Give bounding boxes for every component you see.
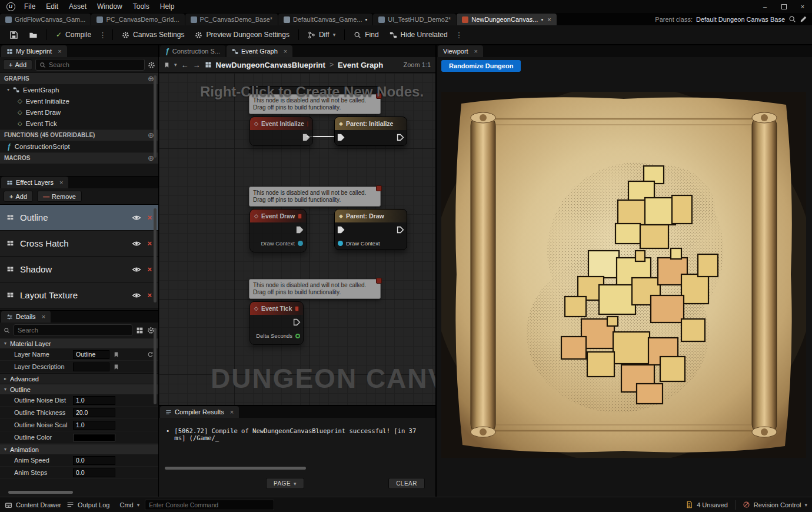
minimize-button[interactable]: – [756, 0, 774, 13]
close-icon[interactable]: × [230, 408, 234, 415]
clear-button[interactable]: CLEAR [388, 478, 425, 489]
output-log-button[interactable]: Output Log [66, 501, 109, 508]
pin-draw-context-out[interactable]: Draw Context [261, 240, 303, 247]
layer-name-input[interactable] [76, 351, 107, 358]
canvas-settings-button[interactable]: Canvas Settings [117, 28, 189, 42]
chevron-down-icon[interactable]: ▾ [174, 62, 177, 68]
delete-layer-icon[interactable]: × [147, 291, 152, 300]
compile-log-entry[interactable]: • [5062.72] Compile of NewDungeonCanvasB… [159, 418, 435, 451]
exec-pin-in[interactable] [337, 226, 345, 234]
menu-file[interactable]: File [19, 1, 41, 12]
close-window-button[interactable]: × [793, 0, 812, 13]
graphs-section-header[interactable]: GRAPHS ⊕ [0, 72, 158, 84]
menu-edit[interactable]: Edit [41, 1, 64, 12]
details-search-input[interactable] [18, 327, 128, 334]
page-button[interactable]: PAGE ▾ [266, 478, 304, 489]
asset-tab-pccanvasdemo-base[interactable]: PC_CanvasDemo_Base* [185, 14, 278, 25]
scrollbar[interactable] [154, 328, 157, 404]
exec-pin-out[interactable] [397, 226, 404, 234]
numeric-field[interactable] [73, 396, 115, 405]
diff-button[interactable]: Diff ▾ [303, 28, 340, 42]
visibility-eye-icon[interactable] [132, 239, 141, 248]
find-button[interactable]: Find [349, 28, 383, 42]
delete-layer-icon[interactable]: × [147, 265, 152, 274]
tab-compiler-results[interactable]: Compiler Results × [160, 406, 239, 418]
menu-window[interactable]: Window [92, 1, 128, 12]
pin-delta-seconds-out[interactable]: Delta Seconds [256, 333, 300, 339]
asset-tab-defaultcanvas[interactable]: DefaultCanvas_Game... • [278, 14, 372, 25]
breadcrumb-root[interactable]: NewDungeonCanvasBlueprint [216, 61, 325, 69]
event-graph-canvas[interactable]: Right-Click to Create New Nodes. DUNGEON… [159, 73, 435, 405]
reset-to-default-icon[interactable] [147, 351, 154, 358]
delete-layer-icon[interactable]: × [147, 213, 152, 222]
cmd-dropdown[interactable]: Cmd ▾ [119, 501, 139, 508]
scrollbar[interactable] [154, 208, 157, 302]
scrollbar[interactable] [165, 467, 306, 470]
dungeon-map-image[interactable] [441, 92, 806, 458]
numeric-field[interactable] [73, 421, 115, 430]
outline-noise-dist-input[interactable] [76, 397, 112, 404]
revision-control-button[interactable]: Revision Control ▾ [743, 501, 807, 508]
hide-unrelated-button[interactable]: Hide Unrelated [385, 28, 452, 42]
numeric-field[interactable] [73, 408, 115, 417]
outline-noise-scale-input[interactable] [76, 421, 112, 428]
node-parent-draw[interactable]: ◆ Parent: Draw Draw Context [334, 209, 407, 250]
tree-item-eventgraph[interactable]: ▾ EventGraph [0, 84, 158, 95]
close-icon[interactable]: × [42, 313, 45, 320]
display-filter-icon[interactable] [136, 327, 144, 334]
edit-pencil-icon[interactable] [800, 15, 807, 23]
unsaved-assets-button[interactable]: 4 Unsaved [685, 501, 728, 508]
tab-details[interactable]: Details × [1, 311, 51, 323]
category-animation[interactable]: ▾ Animation [0, 444, 158, 454]
delete-layer-icon[interactable]: × [147, 239, 152, 248]
tab-event-graph[interactable]: Event Graph × [227, 45, 292, 57]
randomize-dungeon-button[interactable]: Randomize Dungeon [441, 60, 521, 72]
color-swatch[interactable] [73, 434, 115, 441]
tree-item-event-draw[interactable]: ◇ Event Draw [0, 107, 158, 118]
anim-steps-input[interactable] [76, 469, 112, 476]
tree-item-event-tick[interactable]: ◇ Event Tick [0, 118, 158, 129]
add-layer-button[interactable]: + Add [4, 191, 33, 202]
layer-row-layout-texture[interactable]: Layout Texture × [0, 282, 158, 308]
asset-tab-pccanvasdemo-grid[interactable]: PC_CanvasDemo_Grid... [91, 14, 184, 25]
asset-tab-uitesthud[interactable]: UI_TestHUD_Demo2* [373, 14, 456, 25]
asset-tab-gridflowcanvas[interactable]: GridFlowCanvas_Gam... [0, 14, 91, 25]
forward-arrow-icon[interactable]: → [193, 61, 201, 69]
category-outline[interactable]: ▾ Outline [0, 384, 158, 394]
tree-item-constructionscript[interactable]: ƒ ConstructionScript [0, 141, 158, 152]
remove-layer-button[interactable]: — Remove [37, 191, 82, 202]
maximize-button[interactable] [774, 0, 793, 13]
close-icon[interactable]: × [474, 48, 478, 55]
exec-pin-out[interactable] [302, 134, 310, 141]
layer-name-field[interactable] [73, 350, 109, 359]
compile-button[interactable]: ✓ Compile [51, 28, 96, 42]
numeric-field[interactable] [73, 456, 115, 465]
exec-pin-in[interactable] [337, 134, 345, 141]
asset-tab-newdungeoncanvas[interactable]: NewDungeonCanvas... • × [457, 14, 556, 25]
preview-dungeon-settings-button[interactable]: Preview Dungeon Settings [190, 28, 294, 42]
scrollbar[interactable] [154, 75, 157, 158]
node-event-tick[interactable]: ◇ Event Tick Delta Seconds [249, 301, 304, 345]
category-advanced[interactable]: ▸ Advanced [0, 373, 158, 384]
visibility-eye-icon[interactable] [132, 213, 141, 222]
unreal-logo-icon[interactable]: U [2, 1, 19, 12]
layer-description-field[interactable] [73, 363, 109, 371]
expander-icon[interactable]: ▾ [7, 87, 9, 92]
gear-icon[interactable] [148, 61, 155, 69]
tab-construction-script[interactable]: ƒ Construction S... [160, 45, 225, 57]
bookmark-flag-icon[interactable] [113, 351, 119, 358]
layer-row-outline[interactable]: Outline × [0, 205, 158, 231]
visibility-eye-icon[interactable] [132, 291, 141, 300]
functions-section-header[interactable]: FUNCTIONS (45 OVERRIDABLE) ⊕ [0, 129, 158, 141]
compile-options-kebab-icon[interactable]: ⋮ [97, 31, 108, 39]
menu-asset[interactable]: Asset [64, 1, 92, 12]
layer-row-shadow[interactable]: Shadow × [0, 257, 158, 282]
save-button[interactable] [5, 28, 23, 42]
viewport-panel[interactable]: Viewport × Randomize Dungeon [435, 45, 812, 497]
macros-section-header[interactable]: MACROS ⊕ [0, 152, 158, 164]
exec-pin-out[interactable] [293, 318, 301, 326]
node-event-initialize[interactable]: ◇ Event Initialize [249, 117, 313, 146]
toolbar-overflow-kebab-icon[interactable]: ⋮ [454, 31, 465, 39]
layer-description-input[interactable] [76, 363, 107, 370]
outline-thickness-input[interactable] [76, 409, 112, 416]
